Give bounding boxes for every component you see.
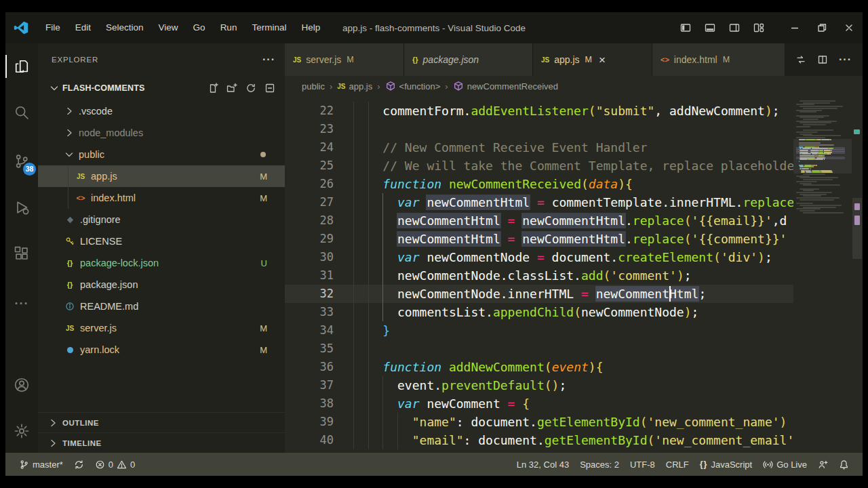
menu-go[interactable]: Go bbox=[186, 18, 213, 38]
status-label: Ln 32, Col 43 bbox=[517, 460, 569, 470]
code-line-22[interactable]: 22 commentForm.addEventListener("submit"… bbox=[285, 102, 793, 120]
new-folder-button[interactable] bbox=[226, 83, 237, 94]
minimap[interactable] bbox=[793, 96, 852, 453]
code-line-32[interactable]: 32 newCommentNode.innerHTML = newComment… bbox=[285, 285, 793, 303]
chevron-down-icon bbox=[64, 149, 75, 160]
tab-server-js[interactable]: JSserver.jsM bbox=[285, 43, 404, 76]
code-line-33[interactable]: 33 commentsList.appendChild(newCommentNo… bbox=[285, 303, 793, 321]
code-line-26[interactable]: 26 function newCommentReceived(data){ bbox=[285, 175, 793, 193]
code-line-35[interactable]: 35 bbox=[285, 340, 793, 358]
minimize-button[interactable] bbox=[781, 16, 808, 39]
status-indentation[interactable]: Spaces: 2 bbox=[574, 460, 625, 470]
restore-icon bbox=[816, 22, 827, 33]
tab-package-json[interactable]: {}package.json bbox=[404, 43, 533, 76]
menu-help[interactable]: Help bbox=[294, 18, 328, 38]
activity-more-views[interactable]: ··· bbox=[5, 288, 38, 319]
code-line-36[interactable]: 36 function addNewComment(event){ bbox=[285, 358, 793, 376]
new-file-button[interactable] bbox=[208, 83, 218, 94]
menu-terminal[interactable]: Terminal bbox=[244, 18, 294, 38]
activity-source-control[interactable]: 38 bbox=[5, 146, 38, 177]
folder--vscode[interactable]: .vscode bbox=[38, 100, 285, 122]
code-line-40[interactable]: 40 "email": document.getElementById('new… bbox=[285, 431, 793, 449]
status-feedback[interactable] bbox=[812, 460, 833, 470]
code-line-29[interactable]: 29 newCommentHtml = newCommentHtml.repla… bbox=[285, 230, 793, 248]
breadcrumb-separator: › bbox=[377, 81, 380, 92]
toggle-panel-icon[interactable] bbox=[700, 18, 720, 38]
split-editor-icon[interactable] bbox=[817, 54, 828, 65]
file--gitignore[interactable]: .gitignore bbox=[38, 209, 285, 230]
timeline-section[interactable]: TIMELINE bbox=[38, 432, 285, 453]
explorer-icon bbox=[14, 58, 30, 75]
chevron-right-icon bbox=[47, 438, 58, 449]
explorer-more-icon[interactable]: ··· bbox=[262, 54, 275, 66]
menu-run[interactable]: Run bbox=[213, 18, 245, 38]
more-actions-icon[interactable]: ··· bbox=[839, 54, 852, 66]
code-line-37[interactable]: 37 event.preventDefault(); bbox=[285, 376, 793, 394]
git-branch-status[interactable]: master* bbox=[14, 460, 68, 470]
close-tab-icon[interactable]: × bbox=[599, 54, 606, 66]
code-line-39[interactable]: 39 "name": document.getElementById('new_… bbox=[285, 413, 793, 431]
code-line-25[interactable]: 25 // We will take the Comment Template,… bbox=[285, 157, 793, 175]
status-encoding[interactable]: UTF-8 bbox=[625, 460, 660, 470]
activity-settings[interactable] bbox=[5, 415, 38, 447]
outline-section[interactable]: OUTLINE bbox=[38, 412, 285, 432]
breadcrumb-item[interactable]: <function> bbox=[385, 81, 441, 92]
activity-search[interactable] bbox=[5, 97, 38, 128]
code-line-38[interactable]: 38 var newComment = { bbox=[285, 394, 793, 413]
warning-count: 0 bbox=[130, 460, 135, 470]
file-package-lock-json[interactable]: {}package-lock.jsonU bbox=[38, 252, 285, 274]
folder-public[interactable]: public bbox=[38, 144, 285, 165]
status-language-mode[interactable]: {}JavaScript bbox=[694, 460, 757, 470]
sync-button[interactable] bbox=[68, 460, 90, 470]
code-line-23[interactable]: 23 bbox=[285, 120, 793, 138]
code-line-27[interactable]: 27 var newCommentHtml = commentTemplate.… bbox=[285, 193, 793, 211]
code-line-28[interactable]: 28 newCommentHtml = newCommentHtml.repla… bbox=[285, 211, 793, 230]
code-lines: 22 commentForm.addEventListener("submit"… bbox=[285, 102, 793, 449]
collapse-all-button[interactable] bbox=[264, 83, 275, 94]
menu-file[interactable]: File bbox=[38, 18, 68, 38]
code-line-24[interactable]: 24 // New Comment Receive Event Handler bbox=[285, 138, 793, 157]
tab-index-html[interactable]: <>index.htmlM bbox=[652, 43, 785, 76]
activity-account[interactable] bbox=[5, 369, 38, 401]
code-line-30[interactable]: 30 var newCommentNode = document.createE… bbox=[285, 248, 793, 266]
file-readme-md[interactable]: README.md bbox=[38, 296, 285, 317]
code-line-34[interactable]: 34 } bbox=[285, 321, 793, 340]
file-license[interactable]: LICENSE bbox=[38, 230, 285, 252]
activity-extensions[interactable] bbox=[5, 238, 38, 269]
restore-button[interactable] bbox=[808, 16, 835, 39]
close-button[interactable] bbox=[835, 16, 863, 39]
tab-app-js[interactable]: JSapp.jsM× bbox=[533, 43, 652, 76]
status-cursor-position[interactable]: Ln 32, Col 43 bbox=[511, 460, 574, 470]
breadcrumb-item[interactable]: newCommentReceived bbox=[453, 81, 558, 92]
menu-view[interactable]: View bbox=[151, 18, 186, 38]
file-server-js[interactable]: JSserver.jsM bbox=[38, 317, 285, 339]
status-eol[interactable]: CRLF bbox=[660, 460, 694, 470]
folder-section-header[interactable]: FLASH-COMMENTS bbox=[38, 77, 285, 99]
status-go-live[interactable]: Go Live bbox=[757, 460, 812, 470]
status-notifications[interactable] bbox=[833, 460, 854, 470]
refresh-button[interactable] bbox=[245, 83, 256, 94]
menu-edit[interactable]: Edit bbox=[68, 18, 98, 38]
breadcrumb-item[interactable]: JSapp.js bbox=[337, 81, 372, 92]
vertical-scrollbar[interactable] bbox=[852, 96, 863, 453]
file-app-js[interactable]: JSapp.jsM bbox=[38, 165, 285, 187]
code-editor[interactable]: 22 commentForm.addEventListener("submit"… bbox=[285, 96, 863, 453]
breadcrumb-item[interactable]: public bbox=[302, 81, 325, 92]
minimap-slider[interactable] bbox=[793, 139, 852, 174]
status-label: Spaces: 2 bbox=[580, 460, 619, 470]
toggle-sidebar-icon[interactable] bbox=[675, 18, 696, 38]
problems-status[interactable]: 00 bbox=[90, 460, 140, 470]
git-status-badge: M bbox=[260, 323, 267, 333]
file-package-json[interactable]: {}package.json bbox=[38, 274, 285, 296]
open-changes-icon[interactable] bbox=[795, 54, 806, 65]
toggle-secondary-sidebar-icon[interactable] bbox=[724, 18, 745, 38]
folder-node-modules[interactable]: node_modules bbox=[38, 122, 285, 144]
file-index-html[interactable]: <>index.htmlM bbox=[38, 187, 285, 209]
menu-selection[interactable]: Selection bbox=[98, 18, 151, 38]
toggle-panel-glyph bbox=[705, 22, 715, 33]
file-yarn-lock[interactable]: yarn.lockM bbox=[38, 339, 285, 361]
code-line-31[interactable]: 31 newCommentNode.classList.add('comment… bbox=[285, 266, 793, 285]
activity-run-debug[interactable] bbox=[5, 192, 38, 223]
activity-explorer[interactable] bbox=[5, 51, 38, 82]
customize-layout-icon[interactable] bbox=[749, 18, 769, 38]
